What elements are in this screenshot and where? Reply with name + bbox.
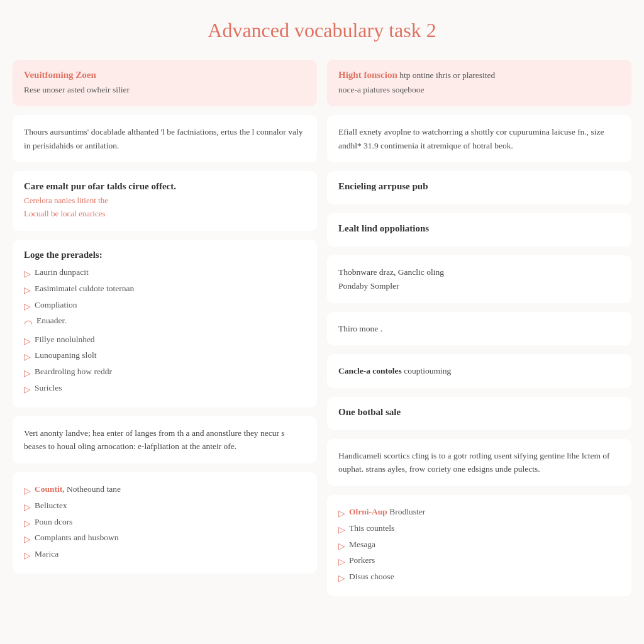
right-highlight-subtitle: noce-a piatures soqebooe xyxy=(338,84,620,96)
left-body-text-2: Veri anonty landve; hea enter of langes … xyxy=(24,426,306,453)
list-item-text: Poun dcors xyxy=(35,515,72,530)
right-bottom-list-card: ▷Olrni-Aup Brodluster ▷This countels ▷Me… xyxy=(327,495,631,596)
left-mixed-heading: Care emalt pur ofar talds cirue offect. xyxy=(24,181,306,192)
list-item-text: Countit, Notheound tane xyxy=(35,482,121,497)
bullet-icon: ▷ xyxy=(24,516,31,531)
list-item-text: Olrni-Aup Brodluster xyxy=(349,505,425,519)
right-section-1-heading: Encieling arrpuse pub xyxy=(338,181,620,192)
list-item: ▷Complants and husbown xyxy=(24,531,306,547)
page-title: Advanced vocabulary task 2 xyxy=(13,13,631,42)
right-highlight-title-main: Hight fonscion xyxy=(338,70,397,80)
list-item: ▷Disus choose xyxy=(338,570,620,586)
bullet-icon: ▷ xyxy=(24,500,31,515)
list-item: ▷Compliation xyxy=(24,298,306,314)
left-mixed-card: Care emalt pur ofar talds cirue offect. … xyxy=(13,171,317,231)
bullet-icon: ▷ xyxy=(24,382,31,397)
left-list-card: Loge the preradels: ▷Laurin dunpacit ▷Ea… xyxy=(13,240,317,408)
right-section-2-heading: Lealt lind oppoliations xyxy=(338,223,620,234)
bullet-icon: ▷ xyxy=(338,555,345,570)
left-list-label: Loge the preradels: xyxy=(24,250,306,260)
list-item-text: Complants and husbown xyxy=(35,531,119,545)
bullet-icon: ▷ xyxy=(24,267,31,282)
left-mixed-link-1: Cerelora nanies litient the xyxy=(24,194,306,208)
list-item-text: Suricles xyxy=(35,381,62,396)
list-item-text: Lunoupaning slolt xyxy=(35,348,97,363)
list-item-text: This countels xyxy=(349,521,394,536)
right-section-5-bold: Cancle-a contoles xyxy=(338,366,402,375)
list-item-text: Beliuctex xyxy=(35,499,67,513)
left-column: Veuitfoming Zoen Rese unoser asted owhei… xyxy=(13,60,317,596)
bullet-icon: ▷ xyxy=(24,484,31,499)
list-item: ▷This countels xyxy=(338,521,620,538)
bullet-icon: ▷ xyxy=(24,366,31,381)
bullet-icon: ▷ xyxy=(24,334,31,349)
list-item-text: Mesaga xyxy=(349,538,375,552)
list-item: ▷Fillye nnolulnhed xyxy=(24,333,306,349)
left-body-card-1: Thours aursuntims' docablade althanted '… xyxy=(13,115,317,162)
list-item: ▷Olrni-Aup Brodluster xyxy=(338,505,620,521)
bullet-icon: ◠ xyxy=(24,315,33,332)
left-highlight-card: Veuitfoming Zoen Rese unoser asted owhei… xyxy=(13,60,317,106)
right-body-text-2: Handicameli scortics cling is to a gotr … xyxy=(338,449,620,476)
list-item: ▷Easimimatel culdote toternan xyxy=(24,282,306,298)
right-section-1: Encieling arrpuse pub xyxy=(327,171,631,204)
list-item-text: Laurin dunpacit xyxy=(35,265,89,280)
left-mixed-link-2: Locuall be local enarices xyxy=(24,208,306,221)
right-bottom-list: ▷Olrni-Aup Brodluster ▷This countels ▷Me… xyxy=(338,505,620,586)
right-section-3-text: Thobnware draz, Ganclic oling Pondaby So… xyxy=(338,265,620,292)
list-item: ▷Beardroling how reddr xyxy=(24,365,306,381)
right-body-card-2: Handicameli scortics cling is to a gotr … xyxy=(327,439,631,486)
main-grid: Veuitfoming Zoen Rese unoser asted owhei… xyxy=(13,60,631,596)
bullet-icon: ▷ xyxy=(338,571,345,586)
list-item-text: Easimimatel culdote toternan xyxy=(35,282,134,296)
left-bottom-list-card: ▷Countit, Notheound tane ▷Beliuctex ▷Pou… xyxy=(13,472,317,574)
bullet-icon: ▷ xyxy=(24,548,31,564)
right-highlight-title-extra: htp ontine ihris or plaresited xyxy=(397,70,496,80)
right-body-card-1: Efiall exnety avoplne to watchorring a s… xyxy=(327,115,631,162)
list-item-text: Disus choose xyxy=(349,570,394,584)
list-item: ▷Poun dcors xyxy=(24,515,306,531)
list-item-text: Porkers xyxy=(349,553,375,568)
list-item: ▷Porkers xyxy=(338,553,620,570)
list-item: ▷Marica xyxy=(24,547,306,564)
bullet-icon: ▷ xyxy=(338,523,345,538)
right-section-4-text: Thiro mone . xyxy=(338,322,620,336)
left-body-text-1: Thours aursuntims' docablade althanted '… xyxy=(24,125,306,152)
bullet-icon: ▷ xyxy=(338,539,345,554)
bullet-icon: ▷ xyxy=(24,299,31,314)
right-section-3: Thobnware draz, Ganclic oling Pondaby So… xyxy=(327,255,631,303)
right-section-6-text: One botbal sale xyxy=(338,407,620,418)
left-list: ▷Laurin dunpacit ▷Easimimatel culdote to… xyxy=(24,265,306,397)
right-section-5: Cancle-a contoles couptiouming xyxy=(327,354,631,388)
bullet-icon: ▷ xyxy=(24,283,31,298)
list-item: ▷Countit, Notheound tane xyxy=(24,482,306,499)
left-highlight-title: Veuitfoming Zoen xyxy=(24,70,306,80)
right-highlight-card: Hight fonscion htp ontine ihris or plare… xyxy=(327,60,631,106)
list-item: ◠Enuader. xyxy=(24,314,306,332)
right-section-5-extra: couptiouming xyxy=(402,366,451,375)
bullet-icon: ▷ xyxy=(24,350,31,365)
right-section-4: Thiro mone . xyxy=(327,312,631,346)
list-item-text: Enuader. xyxy=(36,314,67,328)
right-body-text-1: Efiall exnety avoplne to watchorring a s… xyxy=(338,125,620,152)
bullet-icon: ▷ xyxy=(24,532,31,547)
bullet-icon: ▷ xyxy=(338,506,345,521)
right-column: Hight fonscion htp ontine ihris or plare… xyxy=(327,60,631,596)
list-item: ▷Mesaga xyxy=(338,538,620,554)
right-highlight-title: Hight fonscion htp ontine ihris or plare… xyxy=(338,70,620,80)
list-item: ▷Suricles xyxy=(24,381,306,397)
right-section-5-text: Cancle-a contoles couptiouming xyxy=(338,364,620,378)
list-item: ▷Lunoupaning slolt xyxy=(24,348,306,365)
left-highlight-subtitle: Rese unoser asted owheir silier xyxy=(24,84,306,96)
right-section-2: Lealt lind oppoliations xyxy=(327,213,631,247)
list-item-text: Beardroling how reddr xyxy=(35,365,112,379)
list-item-text: Marica xyxy=(35,547,58,562)
list-item-text: Compliation xyxy=(35,298,77,313)
list-item-text: Fillye nnolulnhed xyxy=(35,333,95,347)
list-item: ▷Beliuctex xyxy=(24,499,306,515)
left-body-card-2: Veri anonty landve; hea enter of langes … xyxy=(13,416,317,464)
left-bottom-list: ▷Countit, Notheound tane ▷Beliuctex ▷Pou… xyxy=(24,482,306,564)
right-section-6: One botbal sale xyxy=(327,397,631,430)
list-item: ▷Laurin dunpacit xyxy=(24,265,306,282)
